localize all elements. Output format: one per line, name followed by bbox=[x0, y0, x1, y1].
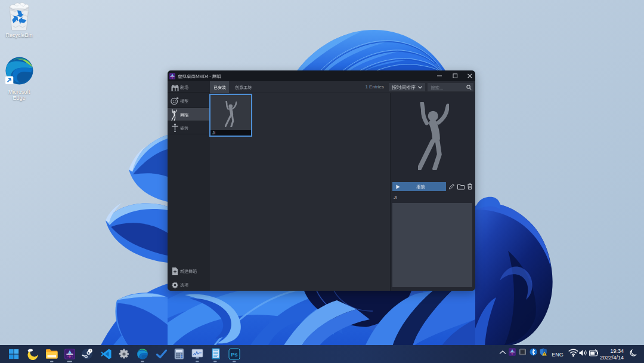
svg-text:19:34: 19:34 bbox=[610, 348, 624, 354]
svg-text:2022/4/14: 2022/4/14 bbox=[600, 355, 624, 361]
